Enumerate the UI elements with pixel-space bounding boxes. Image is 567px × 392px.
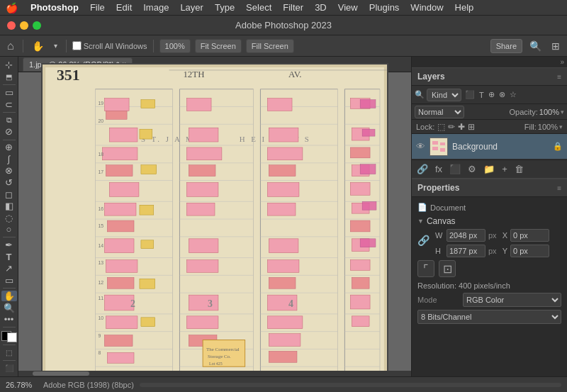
- fit-screen-button[interactable]: Fit Screen: [195, 39, 242, 53]
- zoom-value-button[interactable]: 100%: [159, 39, 191, 53]
- menu-file[interactable]: File: [84, 0, 111, 16]
- menu-edit[interactable]: Edit: [111, 0, 137, 16]
- menu-layer[interactable]: Layer: [174, 0, 209, 16]
- adjustment-layer-icon[interactable]: T: [478, 90, 485, 100]
- lock-image-pixels-button[interactable]: ✏: [448, 122, 455, 132]
- fill-label: Fill:: [524, 123, 537, 131]
- add-mask-button[interactable]: ⬛: [447, 162, 463, 176]
- gradient-tool[interactable]: ◧: [1, 201, 17, 212]
- progress-bar: [140, 383, 561, 387]
- layer-kind-select[interactable]: Kind: [427, 89, 461, 101]
- crop-tool[interactable]: ⧉: [1, 114, 17, 125]
- shape-layer-icon[interactable]: ⊕: [487, 89, 496, 100]
- scroll-all-windows-checkbox[interactable]: [72, 41, 82, 50]
- create-adjustment-button[interactable]: ⚙: [466, 162, 478, 176]
- snap-top-left-button[interactable]: ⌜: [417, 260, 434, 277]
- svg-rect-121: [267, 260, 299, 273]
- y-input[interactable]: [510, 245, 549, 257]
- background-color[interactable]: [7, 332, 17, 342]
- lock-transparent-pixels-button[interactable]: ⬚: [437, 122, 445, 132]
- x-input[interactable]: [510, 229, 549, 242]
- create-group-button[interactable]: 📁: [481, 162, 497, 176]
- menu-photoshop[interactable]: Photoshop: [25, 0, 84, 16]
- layer-effects-icon[interactable]: ☆: [508, 89, 518, 100]
- rectangular-marquee-tool[interactable]: ▭: [1, 87, 17, 99]
- fill-screen-button[interactable]: Fill Screen: [246, 39, 294, 53]
- menu-image[interactable]: Image: [137, 0, 174, 16]
- layer-row-background[interactable]: 👁 Background 🔒: [412, 134, 567, 159]
- move-tool[interactable]: ⊹: [1, 60, 17, 71]
- hand-tool[interactable]: ✋: [1, 291, 17, 302]
- blend-mode-select[interactable]: Normal: [415, 106, 464, 118]
- clone-stamp-tool[interactable]: ⊗: [1, 165, 17, 177]
- more-tools[interactable]: •••: [1, 314, 17, 325]
- search-icon[interactable]: 🔍: [527, 40, 544, 52]
- smart-object-icon[interactable]: ⊗: [498, 89, 507, 100]
- fill-chevron[interactable]: ▾: [559, 123, 563, 130]
- opacity-label: Opacity:: [510, 108, 538, 116]
- create-layer-button[interactable]: +: [500, 162, 510, 176]
- layout-icon[interactable]: ⊞: [549, 40, 563, 52]
- path-selection-tool[interactable]: ↗: [1, 263, 17, 274]
- zoom-tool[interactable]: 🔍: [1, 302, 17, 313]
- menu-help[interactable]: Help: [449, 0, 480, 16]
- healing-brush-tool[interactable]: ⊕: [1, 142, 17, 153]
- lasso-tool[interactable]: ⊂: [1, 99, 17, 110]
- pen-tool[interactable]: ✒: [1, 240, 17, 251]
- lock-position-button[interactable]: ✚: [458, 122, 465, 132]
- horizontal-scrollbar[interactable]: [18, 371, 411, 376]
- snap-center-button[interactable]: ⊡: [439, 260, 456, 277]
- delete-layer-button[interactable]: 🗑: [512, 162, 526, 176]
- close-window-button[interactable]: [7, 21, 16, 30]
- brush-tool[interactable]: ∫: [1, 154, 17, 165]
- bit-depth-select[interactable]: 8 Bits/Channel: [417, 310, 561, 324]
- add-layer-style-button[interactable]: fx: [433, 162, 444, 176]
- menu-plugins[interactable]: Plugins: [364, 0, 405, 16]
- minimize-window-button[interactable]: [20, 21, 28, 30]
- shape-tool[interactable]: ▭: [1, 275, 17, 286]
- document-canvas[interactable]: 351 12TH AV. S T. J A M E S H E I G H T …: [41, 63, 388, 376]
- link-layers-button[interactable]: 🔗: [415, 162, 430, 176]
- history-brush-tool[interactable]: ↺: [1, 177, 17, 189]
- svg-rect-85: [106, 165, 133, 177]
- apple-menu[interactable]: 🍎: [6, 2, 18, 13]
- color-swatches[interactable]: [1, 331, 17, 342]
- link-dimensions-icon[interactable]: 🔗: [417, 235, 430, 246]
- eraser-tool[interactable]: ◻: [1, 189, 17, 200]
- hand-tool-icon[interactable]: ✋: [29, 40, 47, 52]
- menu-3d[interactable]: 3D: [309, 0, 332, 16]
- menu-filter[interactable]: Filter: [277, 0, 309, 16]
- dodge-tool[interactable]: ○: [1, 224, 17, 235]
- share-button[interactable]: Share: [490, 39, 522, 53]
- fill-value[interactable]: 100%: [538, 123, 558, 131]
- panel-collapse-button[interactable]: »: [560, 58, 564, 66]
- opacity-value[interactable]: 100%: [539, 108, 559, 116]
- chevron-icon[interactable]: ▾: [51, 42, 60, 50]
- menu-select[interactable]: Select: [240, 0, 277, 16]
- menu-window[interactable]: Window: [405, 0, 449, 16]
- quick-mask-tool[interactable]: ⬚: [1, 347, 17, 358]
- svg-rect-92: [104, 295, 134, 310]
- canvas-section-header[interactable]: ▼ Canvas: [417, 216, 561, 226]
- eyedropper-tool[interactable]: ⊘: [1, 126, 17, 138]
- properties-panel-expander[interactable]: ≡: [557, 184, 561, 192]
- height-input[interactable]: [447, 245, 485, 257]
- canvas-container[interactable]: 351 12TH AV. S T. J A M E S H E I G H T …: [18, 72, 411, 376]
- scrollbar-thumb[interactable]: [33, 371, 89, 376]
- opacity-chevron[interactable]: ▾: [561, 108, 564, 116]
- maximize-window-button[interactable]: [33, 21, 41, 30]
- lock-artboard-button[interactable]: ⊞: [468, 122, 475, 132]
- menu-view[interactable]: View: [332, 0, 364, 16]
- layer-visibility-toggle[interactable]: 👁: [416, 141, 425, 152]
- mode-select[interactable]: RGB Color: [463, 293, 561, 307]
- document-item: 📄 Document: [417, 203, 561, 212]
- layers-panel-expander[interactable]: ≡: [557, 73, 561, 81]
- width-input[interactable]: [447, 229, 485, 242]
- home-icon[interactable]: ⌂: [4, 40, 17, 52]
- blur-tool[interactable]: ◌: [1, 212, 17, 223]
- artboard-tool[interactable]: ⬒: [1, 72, 17, 83]
- pixel-layer-icon[interactable]: ⬛: [464, 89, 476, 100]
- text-tool[interactable]: T: [1, 252, 17, 263]
- screen-mode-tool[interactable]: ⬛: [1, 362, 17, 374]
- menu-type[interactable]: Type: [209, 0, 240, 16]
